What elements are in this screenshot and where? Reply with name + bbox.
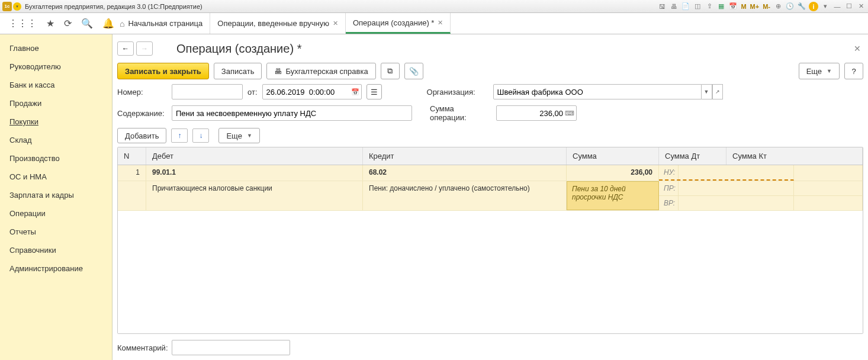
date-input[interactable] [262, 84, 362, 99]
accounting-report-button[interactable]: 🖶 Бухгалтерская справка [266, 63, 375, 79]
sidebar-item-bank[interactable]: Банк и касса [0, 76, 112, 94]
cell-credit-sub[interactable]: Пени: доначислено / уплачено (самостояте… [363, 181, 567, 210]
favorite-icon[interactable]: ★ [46, 18, 54, 29]
cell-debit[interactable]: 99.01.1 [146, 165, 363, 181]
calendar-picker-icon[interactable]: 📅 [351, 88, 359, 96]
info-icon[interactable]: i [809, 2, 818, 11]
sum-label: Сумма операции: [430, 104, 491, 122]
nav-forward-button[interactable]: → [136, 41, 153, 56]
attach-button[interactable]: 📎 [404, 63, 423, 79]
number-input[interactable] [172, 84, 243, 99]
history-icon[interactable]: ⟳ [64, 18, 72, 29]
sidebar-item-purchases[interactable]: Покупки [0, 112, 112, 131]
col-sum[interactable]: Сумма [567, 147, 659, 165]
table-more-button[interactable]: Еще ▼ [218, 128, 259, 143]
table-subrow[interactable]: Причитающиеся налоговые санкции Пени: до… [118, 181, 863, 211]
chevron-down-icon: ▼ [247, 133, 252, 139]
col-n[interactable]: N [118, 147, 146, 165]
maximize-icon[interactable]: ☐ [844, 2, 854, 11]
cell-debit-sub[interactable]: Причитающиеся налоговые санкции [146, 181, 363, 210]
home-icon: ⌂ [120, 19, 124, 28]
sidebar-item-admin[interactable]: Администрирование [0, 259, 112, 278]
from-label: от: [247, 88, 258, 97]
cell-sum-sub[interactable]: Пени за 10 дней просрочки НДС [567, 181, 659, 210]
page-close-button[interactable]: ✕ [851, 41, 863, 56]
clock-icon[interactable]: 🕓 [785, 2, 795, 11]
sidebar-item-production[interactable]: Производство [0, 149, 112, 168]
col-debit[interactable]: Дебет [146, 147, 363, 165]
tab-close-icon[interactable]: ✕ [438, 19, 443, 27]
search-icon[interactable]: 🔍 [81, 18, 93, 29]
save-close-button[interactable]: Записать и закрыть [117, 63, 209, 79]
col-sumkt[interactable]: Сумма Кт [726, 147, 863, 165]
sidebar-item-payroll[interactable]: Зарплата и кадры [0, 186, 112, 204]
minimize-icon[interactable]: — [832, 2, 842, 11]
titlebar: 1c ▼ Бухгалтерия предприятия, редакция 3… [0, 0, 868, 13]
number-label: Номер: [117, 88, 167, 97]
sidebar: Главное Руководителю Банк и касса Продаж… [0, 34, 112, 360]
comment-input[interactable] [172, 340, 290, 355]
tab-operations-list[interactable]: Операции, введенные вручную ✕ [210, 13, 346, 34]
org-open-icon[interactable]: ↗ [712, 84, 723, 99]
calculator-icon[interactable]: ⌨ [565, 110, 574, 117]
tab-label: Операция (создание) * [353, 18, 434, 27]
button-label: Еще [226, 131, 242, 140]
tab-label: Операции, введенные вручную [217, 19, 329, 28]
chevron-down-icon[interactable]: ▾ [821, 2, 830, 11]
org-select[interactable] [493, 84, 702, 99]
doc-icon[interactable]: 📄 [681, 2, 690, 11]
col-credit[interactable]: Кредит [363, 147, 567, 165]
m-plus-icon[interactable]: M+ [750, 2, 760, 11]
col-sumdt[interactable]: Сумма Дт [659, 147, 726, 165]
save-button[interactable]: Записать [214, 63, 262, 79]
menu-grid-icon[interactable]: ⋮⋮⋮ [8, 18, 37, 29]
sidebar-item-manager[interactable]: Руководителю [0, 57, 112, 76]
sidebar-item-operations[interactable]: Операции [0, 204, 112, 223]
chevron-down-icon: ▼ [827, 68, 832, 74]
tab-bar: ⌂ Начальная страница Операции, введенные… [112, 13, 451, 34]
sidebar-item-catalogs[interactable]: Справочники [0, 241, 112, 259]
sidebar-item-assets[interactable]: ОС и НМА [0, 168, 112, 186]
cell-sum[interactable]: 236,00 [567, 165, 659, 181]
entries-table: N Дебет Кредит Сумма Сумма Дт Сумма Кт 1… [117, 147, 863, 334]
move-down-button[interactable]: ↓ [192, 128, 209, 143]
move-up-button[interactable]: ↑ [171, 128, 188, 143]
button-label: Еще [806, 67, 822, 76]
help-button[interactable]: ? [844, 63, 863, 79]
table-icon[interactable]: ▦ [716, 2, 726, 11]
print-icon: 🖶 [274, 67, 282, 76]
sidebar-item-sales[interactable]: Продажи [0, 94, 112, 112]
zoom-in-icon[interactable]: ⊕ [773, 2, 783, 11]
sidebar-item-warehouse[interactable]: Склад [0, 131, 112, 149]
m-icon[interactable]: M [740, 2, 747, 11]
tab-home[interactable]: ⌂ Начальная страница [112, 13, 210, 34]
more-button[interactable]: Еще ▼ [799, 63, 840, 79]
tab-close-icon[interactable]: ✕ [333, 20, 338, 27]
tool-icon[interactable]: 🔧 [797, 2, 806, 11]
button-label: Бухгалтерская справка [285, 67, 368, 76]
calendar-icon[interactable]: 📅 [728, 2, 738, 11]
page-title: Операция (создание) * [176, 42, 851, 56]
pr-label: ПР: [659, 181, 678, 195]
sidebar-item-main[interactable]: Главное [0, 39, 112, 57]
close-window-icon[interactable]: ✕ [856, 2, 866, 11]
app-menu-dropdown[interactable]: ▼ [13, 2, 21, 11]
link-button[interactable]: ⧉ [381, 63, 400, 79]
tab-operation-create[interactable]: Операция (создание) * ✕ [346, 13, 451, 34]
save-file-icon[interactable]: 🖫 [657, 2, 667, 11]
print-icon[interactable]: 🖶 [669, 2, 679, 11]
table-row[interactable]: 1 99.01.1 68.02 236,00 НУ: [118, 165, 863, 181]
cell-credit[interactable]: 68.02 [363, 165, 567, 181]
content-input[interactable] [172, 105, 412, 121]
upload-icon[interactable]: ⇪ [705, 2, 714, 11]
sidebar-item-reports[interactable]: Отчеты [0, 223, 112, 241]
org-dropdown-icon[interactable]: ▼ [702, 84, 712, 99]
nav-back-button[interactable]: ← [117, 41, 134, 56]
m-minus-icon[interactable]: M- [762, 2, 771, 11]
vr-label: ВР: [659, 196, 678, 210]
add-row-button[interactable]: Добавить [117, 128, 166, 143]
date-extra-button[interactable]: ☰ [367, 84, 382, 99]
comment-label: Комментарий: [117, 343, 168, 352]
compare-icon[interactable]: ◫ [693, 2, 702, 11]
window-title: Бухгалтерия предприятия, редакция 3.0 (1… [25, 3, 657, 10]
